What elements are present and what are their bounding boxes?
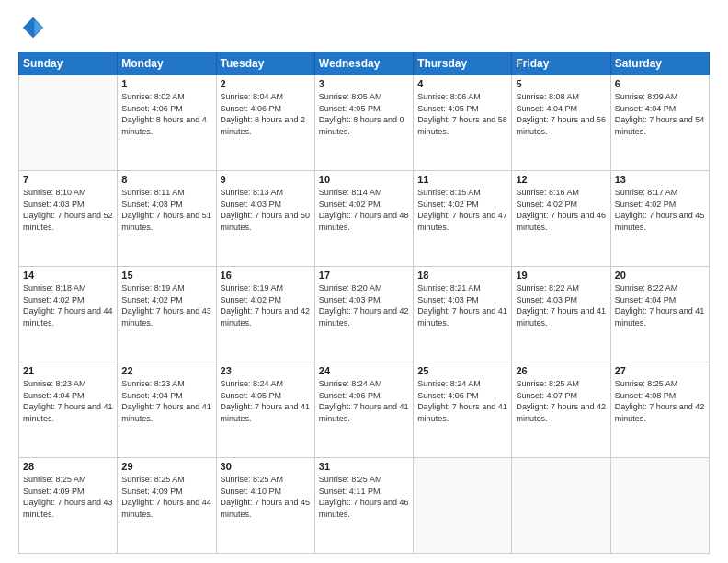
day-cell: 23Sunrise: 8:24 AMSunset: 4:05 PMDayligh… [216, 362, 314, 458]
day-number: 21 [23, 365, 113, 376]
day-cell: 14Sunrise: 8:18 AMSunset: 4:02 PMDayligh… [19, 267, 118, 362]
day-number: 12 [516, 174, 606, 185]
day-info: Sunrise: 8:23 AMSunset: 4:04 PMDaylight:… [121, 378, 211, 424]
day-cell: 2Sunrise: 8:04 AMSunset: 4:06 PMDaylight… [216, 75, 314, 171]
day-cell: 1Sunrise: 8:02 AMSunset: 4:06 PMDaylight… [118, 75, 216, 171]
day-cell: 28Sunrise: 8:25 AMSunset: 4:09 PMDayligh… [19, 458, 118, 554]
day-cell: 16Sunrise: 8:19 AMSunset: 4:02 PMDayligh… [216, 267, 314, 362]
day-info: Sunrise: 8:11 AMSunset: 4:03 PMDaylight:… [121, 187, 211, 233]
day-cell: 24Sunrise: 8:24 AMSunset: 4:06 PMDayligh… [314, 362, 413, 458]
logo-icon [20, 15, 46, 40]
day-number: 28 [23, 461, 113, 472]
weekday-friday: Friday [512, 52, 610, 75]
day-cell: 15Sunrise: 8:19 AMSunset: 4:02 PMDayligh… [118, 267, 216, 362]
day-number: 24 [319, 365, 409, 376]
day-number: 4 [417, 78, 507, 89]
day-number: 23 [221, 365, 311, 376]
day-cell: 18Sunrise: 8:21 AMSunset: 4:03 PMDayligh… [414, 267, 512, 362]
day-info: Sunrise: 8:24 AMSunset: 4:06 PMDaylight:… [417, 378, 507, 424]
day-cell: 5Sunrise: 8:08 AMSunset: 4:04 PMDaylight… [512, 75, 610, 171]
day-number: 26 [516, 365, 606, 376]
day-cell [610, 458, 709, 554]
day-info: Sunrise: 8:25 AMSunset: 4:11 PMDaylight:… [319, 474, 409, 520]
day-cell: 19Sunrise: 8:22 AMSunset: 4:03 PMDayligh… [512, 267, 610, 362]
day-number: 17 [319, 270, 409, 281]
calendar-table: SundayMondayTuesdayWednesdayThursdayFrid… [18, 52, 710, 554]
day-info: Sunrise: 8:13 AMSunset: 4:03 PMDaylight:… [221, 187, 311, 233]
day-info: Sunrise: 8:25 AMSunset: 4:08 PMDaylight:… [615, 378, 705, 424]
day-number: 14 [23, 270, 113, 281]
weekday-tuesday: Tuesday [216, 52, 314, 75]
day-info: Sunrise: 8:20 AMSunset: 4:03 PMDaylight:… [319, 282, 409, 328]
day-number: 13 [615, 174, 705, 185]
day-cell: 12Sunrise: 8:16 AMSunset: 4:02 PMDayligh… [512, 171, 610, 267]
day-info: Sunrise: 8:23 AMSunset: 4:04 PMDaylight:… [23, 378, 113, 424]
weekday-wednesday: Wednesday [314, 52, 413, 75]
day-cell [19, 75, 118, 171]
day-cell: 13Sunrise: 8:17 AMSunset: 4:02 PMDayligh… [610, 171, 709, 267]
weekday-thursday: Thursday [414, 52, 512, 75]
day-number: 9 [221, 174, 311, 185]
day-cell: 8Sunrise: 8:11 AMSunset: 4:03 PMDaylight… [118, 171, 216, 267]
weekday-monday: Monday [118, 52, 216, 75]
day-info: Sunrise: 8:24 AMSunset: 4:05 PMDaylight:… [221, 378, 311, 424]
day-number: 6 [615, 78, 705, 89]
week-row-2: 14Sunrise: 8:18 AMSunset: 4:02 PMDayligh… [19, 267, 710, 362]
day-number: 2 [221, 78, 311, 89]
day-number: 1 [121, 78, 211, 89]
day-number: 30 [221, 461, 311, 472]
day-info: Sunrise: 8:25 AMSunset: 4:09 PMDaylight:… [121, 474, 211, 520]
page: SundayMondayTuesdayWednesdayThursdayFrid… [0, 0, 728, 563]
weekday-header-row: SundayMondayTuesdayWednesdayThursdayFrid… [19, 52, 710, 75]
day-number: 10 [319, 174, 409, 185]
day-info: Sunrise: 8:25 AMSunset: 4:09 PMDaylight:… [23, 474, 113, 520]
day-cell: 9Sunrise: 8:13 AMSunset: 4:03 PMDaylight… [216, 171, 314, 267]
day-cell: 31Sunrise: 8:25 AMSunset: 4:11 PMDayligh… [314, 458, 413, 554]
day-number: 15 [121, 270, 211, 281]
day-info: Sunrise: 8:22 AMSunset: 4:04 PMDaylight:… [615, 282, 705, 328]
day-info: Sunrise: 8:05 AMSunset: 4:05 PMDaylight:… [319, 91, 409, 137]
day-cell [414, 458, 512, 554]
week-row-4: 28Sunrise: 8:25 AMSunset: 4:09 PMDayligh… [19, 458, 710, 554]
week-row-3: 21Sunrise: 8:23 AMSunset: 4:04 PMDayligh… [19, 362, 710, 458]
day-info: Sunrise: 8:09 AMSunset: 4:04 PMDaylight:… [615, 91, 705, 137]
day-info: Sunrise: 8:21 AMSunset: 4:03 PMDaylight:… [417, 282, 507, 328]
day-info: Sunrise: 8:22 AMSunset: 4:03 PMDaylight:… [516, 282, 606, 328]
day-info: Sunrise: 8:10 AMSunset: 4:03 PMDaylight:… [23, 187, 113, 233]
day-cell: 21Sunrise: 8:23 AMSunset: 4:04 PMDayligh… [19, 362, 118, 458]
week-row-0: 1Sunrise: 8:02 AMSunset: 4:06 PMDaylight… [19, 75, 710, 171]
day-info: Sunrise: 8:04 AMSunset: 4:06 PMDaylight:… [221, 91, 311, 137]
day-info: Sunrise: 8:02 AMSunset: 4:06 PMDaylight:… [121, 91, 211, 137]
day-number: 25 [417, 365, 507, 376]
day-cell: 7Sunrise: 8:10 AMSunset: 4:03 PMDaylight… [19, 171, 118, 267]
day-number: 3 [319, 78, 409, 89]
logo [18, 15, 50, 44]
day-cell: 25Sunrise: 8:24 AMSunset: 4:06 PMDayligh… [414, 362, 512, 458]
day-number: 5 [516, 78, 606, 89]
day-number: 8 [121, 174, 211, 185]
day-number: 11 [417, 174, 507, 185]
day-info: Sunrise: 8:18 AMSunset: 4:02 PMDaylight:… [23, 282, 113, 328]
svg-marker-1 [34, 20, 43, 36]
weekday-sunday: Sunday [19, 52, 118, 75]
day-number: 18 [417, 270, 507, 281]
day-number: 31 [319, 461, 409, 472]
day-cell: 30Sunrise: 8:25 AMSunset: 4:10 PMDayligh… [216, 458, 314, 554]
day-info: Sunrise: 8:19 AMSunset: 4:02 PMDaylight:… [221, 282, 311, 328]
day-info: Sunrise: 8:14 AMSunset: 4:02 PMDaylight:… [319, 187, 409, 233]
day-cell: 4Sunrise: 8:06 AMSunset: 4:05 PMDaylight… [414, 75, 512, 171]
week-row-1: 7Sunrise: 8:10 AMSunset: 4:03 PMDaylight… [19, 171, 710, 267]
day-number: 7 [23, 174, 113, 185]
day-cell: 10Sunrise: 8:14 AMSunset: 4:02 PMDayligh… [314, 171, 413, 267]
weekday-saturday: Saturday [610, 52, 709, 75]
day-cell: 6Sunrise: 8:09 AMSunset: 4:04 PMDaylight… [610, 75, 709, 171]
day-info: Sunrise: 8:16 AMSunset: 4:02 PMDaylight:… [516, 187, 606, 233]
day-info: Sunrise: 8:08 AMSunset: 4:04 PMDaylight:… [516, 91, 606, 137]
day-cell: 22Sunrise: 8:23 AMSunset: 4:04 PMDayligh… [118, 362, 216, 458]
day-number: 16 [221, 270, 311, 281]
day-cell: 26Sunrise: 8:25 AMSunset: 4:07 PMDayligh… [512, 362, 610, 458]
day-info: Sunrise: 8:17 AMSunset: 4:02 PMDaylight:… [615, 187, 705, 233]
day-number: 22 [121, 365, 211, 376]
day-info: Sunrise: 8:06 AMSunset: 4:05 PMDaylight:… [417, 91, 507, 137]
day-number: 19 [516, 270, 606, 281]
